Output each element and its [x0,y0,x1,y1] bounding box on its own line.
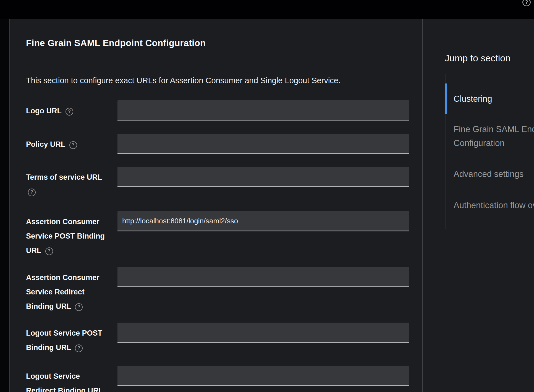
field-label-text: Terms of service URL [26,173,102,181]
field-label-text: URL [26,246,41,255]
question-glyph: ? [72,142,74,147]
jump-to-section-sidebar: Jump to section Clustering Fine Grain SA… [422,19,534,392]
sidebar-item-authentication-flow-overrides[interactable]: Authentication flow overrides [454,198,534,212]
help-icon[interactable]: ? [28,189,36,196]
question-glyph: ? [48,248,50,254]
form-row-terms-url: Terms of service URL ? [10,167,422,187]
question-glyph: ? [68,109,71,114]
field-label: Logout Service Redirect Binding URL ? [26,369,109,392]
terms-url-input[interactable] [117,167,409,187]
left-gutter [0,19,10,392]
section-description: This section to configure exact URLs for… [26,76,341,85]
field-label-text: Service Redirect [26,288,85,296]
field-label-text: Binding URL [26,302,71,310]
form-row-logout-post-url: Logout Service POST Binding URL? [10,323,422,343]
policy-url-input[interactable] [117,134,409,154]
question-glyph: ? [525,0,528,5]
question-glyph: ? [30,189,33,195]
help-icon[interactable]: ? [75,303,83,311]
field-label-text: Logout Service POST [26,329,102,337]
field-label-text: Service POST Binding [26,232,105,240]
field-label: Assertion Consumer Service POST Binding … [26,215,109,258]
sidebar-item-advanced-settings[interactable]: Advanced settings [454,167,534,181]
field-label-text: Policy URL [26,140,66,148]
help-icon[interactable]: ? [75,344,83,352]
logout-post-url-input[interactable] [117,323,409,343]
field-label: Terms of service URL ? [26,170,109,199]
section-title: Fine Grain SAML Endpoint Configuration [26,37,206,49]
field-label-text: Logout Service [26,372,80,380]
form-row-logout-redirect-url: Logout Service Redirect Binding URL ? [10,366,422,386]
sidebar-item-label: Authentication flow overrides [454,198,534,212]
top-header: ? [0,0,534,19]
acs-redirect-url-input[interactable] [117,267,409,287]
field-label-text: Logo URL [26,107,62,115]
question-glyph: ? [77,345,80,351]
sidebar-item-fine-grain-saml[interactable]: Fine Grain SAML Endpoint Configuration [454,122,534,150]
field-label: Logout Service POST Binding URL? [26,326,109,355]
form-row-acs-post-url: Assertion Consumer Service POST Binding … [10,211,422,231]
help-icon[interactable]: ? [69,141,77,149]
help-icon[interactable]: ? [45,247,53,255]
field-label: Assertion Consumer Service Redirect Bind… [26,270,109,313]
question-glyph: ? [77,304,80,309]
help-icon[interactable]: ? [66,108,73,116]
field-label: Policy URL? [26,137,109,151]
sidebar-item-label: Fine Grain SAML Endpoint [454,122,534,136]
jump-to-section-title: Jump to section [445,53,511,64]
field-label: Logo URL? [26,104,109,118]
sidebar-item-label: Clustering [454,92,534,106]
logout-redirect-url-input[interactable] [117,366,409,386]
keycloak-client-settings-screen: ? Fine Grain SAML Endpoint Configuration… [0,0,534,392]
sidebar-item-label: Configuration [454,136,534,150]
form-row-acs-redirect-url: Assertion Consumer Service Redirect Bind… [10,267,422,287]
field-label-text: Assertion Consumer [26,218,100,226]
form-row-policy-url: Policy URL? [10,134,422,154]
form-row-logo-url: Logo URL? [10,100,422,121]
global-help-icon[interactable]: ? [522,0,531,6]
field-label-text: Binding URL [26,343,71,352]
sidebar-item-label: Advanced settings [454,167,534,181]
acs-post-url-input[interactable] [117,211,409,231]
logo-url-input[interactable] [117,100,409,121]
sidebar-item-clustering[interactable]: Clustering [454,92,534,106]
active-item-indicator [445,83,447,114]
field-label-text: Redirect Binding URL [26,386,103,392]
settings-panel: Fine Grain SAML Endpoint Configuration T… [10,19,422,392]
field-label-text: Assertion Consumer [26,273,100,282]
